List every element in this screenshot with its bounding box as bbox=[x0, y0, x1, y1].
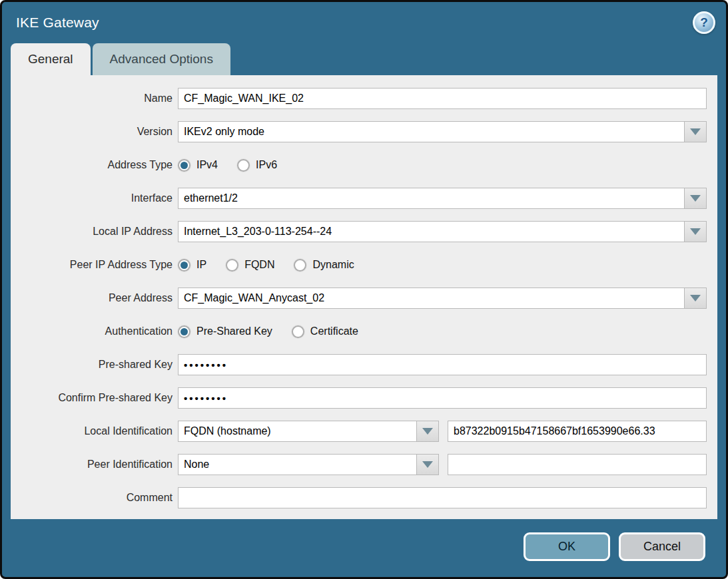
interface-dropdown-button[interactable] bbox=[684, 188, 707, 209]
peer-identification-type-select bbox=[178, 454, 439, 475]
local-ip-address-label: Local IP Address bbox=[21, 226, 173, 238]
version-label: Version bbox=[21, 126, 173, 138]
cancel-button[interactable]: Cancel bbox=[619, 532, 705, 561]
row-peer-address: Peer Address bbox=[21, 288, 707, 309]
radio-option-fqdn[interactable]: FQDN bbox=[226, 259, 274, 272]
radio-option-ipv4[interactable]: IPv4 bbox=[178, 159, 218, 172]
radio-icon bbox=[294, 259, 306, 272]
address-type-label: Address Type bbox=[21, 159, 173, 171]
row-local-ip-address: Local IP Address bbox=[21, 221, 707, 242]
peer-ip-address-type-label: Peer IP Address Type bbox=[21, 259, 173, 271]
radio-icon bbox=[178, 259, 190, 272]
row-confirm-pre-shared-key: Confirm Pre-shared Key bbox=[21, 387, 707, 409]
row-name: Name bbox=[21, 88, 707, 109]
help-icon[interactable]: ? bbox=[693, 11, 715, 34]
local-identification-type-input[interactable] bbox=[178, 421, 417, 442]
local-ip-address-input[interactable] bbox=[178, 221, 685, 242]
peer-address-input[interactable] bbox=[178, 288, 685, 309]
version-dropdown-button[interactable] bbox=[684, 121, 707, 142]
peer-address-dropdown-button[interactable] bbox=[684, 288, 707, 309]
peer-identification-value-input[interactable] bbox=[448, 454, 707, 475]
peer-address-label: Peer Address bbox=[21, 292, 173, 304]
tab-general[interactable]: General bbox=[11, 43, 91, 75]
row-local-identification: Local Identification bbox=[21, 421, 707, 442]
chevron-down-icon bbox=[690, 228, 701, 235]
peer-identification-label: Peer Identification bbox=[21, 459, 173, 471]
radio-icon bbox=[178, 159, 190, 172]
dialog-title: IKE Gateway bbox=[16, 15, 99, 31]
authentication-label: Authentication bbox=[21, 325, 173, 337]
chevron-down-icon bbox=[690, 195, 701, 202]
row-peer-ip-address-type: Peer IP Address Type IP FQDN Dynamic bbox=[21, 254, 707, 276]
ok-button[interactable]: OK bbox=[524, 532, 610, 561]
radio-option-ipv6[interactable]: IPv6 bbox=[237, 159, 277, 172]
peer-identification-type-input[interactable] bbox=[178, 454, 417, 475]
dialog-titlebar: IKE Gateway ? bbox=[2, 2, 726, 43]
radio-option-certificate[interactable]: Certificate bbox=[292, 325, 358, 338]
pre-shared-key-input[interactable] bbox=[178, 354, 707, 375]
tab-bar: General Advanced Options bbox=[2, 43, 726, 75]
row-authentication: Authentication Pre-Shared Key Certificat… bbox=[21, 321, 707, 342]
row-peer-identification: Peer Identification bbox=[21, 454, 707, 475]
chevron-down-icon bbox=[690, 128, 701, 135]
peer-ip-address-type-radio-group: IP FQDN Dynamic bbox=[178, 259, 374, 272]
row-address-type: Address Type IPv4 IPv6 bbox=[21, 154, 707, 176]
version-input[interactable] bbox=[178, 121, 685, 142]
pre-shared-key-label: Pre-shared Key bbox=[21, 359, 173, 371]
radio-icon bbox=[178, 325, 190, 338]
local-identification-type-select bbox=[178, 421, 439, 442]
name-input[interactable] bbox=[178, 88, 707, 109]
row-version: Version bbox=[21, 121, 707, 142]
interface-input[interactable] bbox=[178, 188, 685, 209]
tab-advanced-options[interactable]: Advanced Options bbox=[93, 43, 230, 75]
address-type-radio-group: IPv4 IPv6 bbox=[178, 159, 296, 172]
row-comment: Comment bbox=[21, 487, 707, 508]
local-ip-address-select bbox=[178, 221, 707, 242]
chevron-down-icon bbox=[690, 295, 701, 301]
confirm-pre-shared-key-input[interactable] bbox=[178, 387, 707, 409]
general-tab-panel: Name Version Address Type IPv4 bbox=[11, 75, 717, 519]
chevron-down-icon bbox=[422, 461, 433, 468]
radio-icon bbox=[226, 259, 238, 272]
version-select bbox=[178, 121, 707, 142]
confirm-pre-shared-key-label: Confirm Pre-shared Key bbox=[21, 392, 173, 404]
interface-select bbox=[178, 188, 707, 209]
comment-input[interactable] bbox=[178, 487, 707, 508]
chevron-down-icon bbox=[422, 428, 433, 435]
local-identification-label: Local Identification bbox=[21, 425, 173, 437]
local-identification-dropdown-button[interactable] bbox=[416, 421, 439, 442]
radio-option-pre-shared-key[interactable]: Pre-Shared Key bbox=[178, 325, 272, 338]
row-pre-shared-key: Pre-shared Key bbox=[21, 354, 707, 375]
ike-gateway-dialog: IKE Gateway ? General Advanced Options N… bbox=[0, 0, 728, 579]
radio-icon bbox=[292, 325, 304, 338]
authentication-radio-group: Pre-Shared Key Certificate bbox=[178, 325, 378, 338]
comment-label: Comment bbox=[21, 492, 173, 504]
peer-identification-dropdown-button[interactable] bbox=[416, 454, 439, 475]
row-interface: Interface bbox=[21, 188, 707, 209]
peer-address-select bbox=[178, 288, 707, 309]
radio-option-dynamic[interactable]: Dynamic bbox=[294, 259, 354, 272]
name-label: Name bbox=[21, 93, 173, 104]
radio-icon bbox=[237, 159, 250, 172]
dialog-footer: OK Cancel bbox=[2, 519, 726, 577]
radio-option-ip[interactable]: IP bbox=[178, 259, 206, 272]
local-identification-value-input[interactable] bbox=[448, 421, 707, 442]
local-ip-address-dropdown-button[interactable] bbox=[684, 221, 707, 242]
interface-label: Interface bbox=[21, 192, 173, 204]
